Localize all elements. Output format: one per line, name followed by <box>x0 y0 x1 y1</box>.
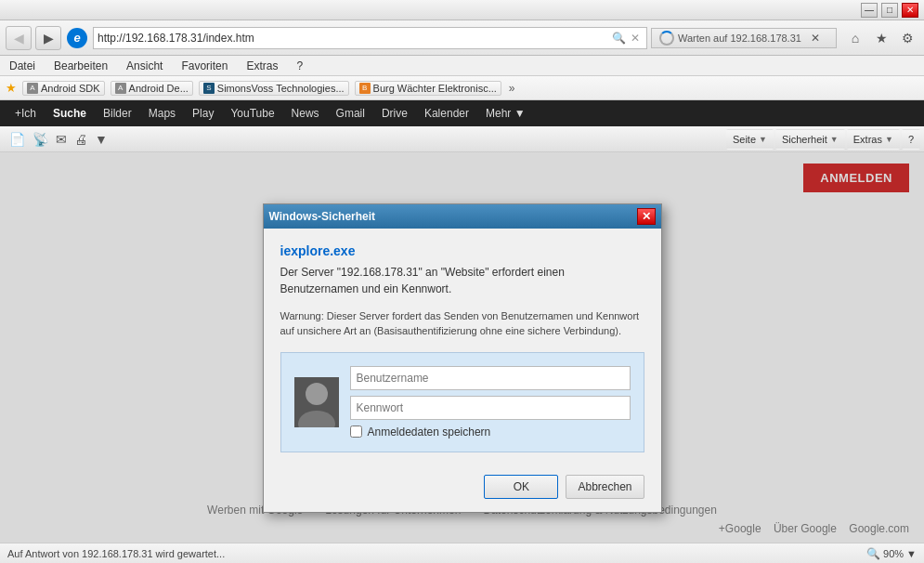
nav-bar: ◀ ▶ e http://192.168.178.31/index.htm 🔍 … <box>0 20 924 56</box>
password-input[interactable] <box>350 396 631 420</box>
title-bar: — □ ✕ <box>0 0 924 20</box>
ie-seite-arrow: ▼ <box>759 135 767 144</box>
fav-simonsvoss-label: SimonsVoss Technologies... <box>217 83 345 94</box>
ie-page-icon: 📄 <box>7 130 27 149</box>
fav-item-burg[interactable]: B Burg Wächter Elektronisc... <box>355 81 501 96</box>
favorites-star-icon: ★ <box>6 81 17 95</box>
username-input[interactable] <box>350 366 631 390</box>
gtb-gmail[interactable]: Gmail <box>329 104 372 123</box>
gtb-mehr-arrow: ▼ <box>514 107 526 120</box>
remember-label: Anmeldedaten speichern <box>368 426 491 439</box>
ie-print-arrow[interactable]: ▼ <box>93 130 110 149</box>
dialog-titlebar: Windows-Sicherheit ✕ <box>264 204 661 229</box>
ie-toolbar: 📄 📡 ✉ 🖨 ▼ Seite ▼ Sicherheit ▼ Extras ▼ … <box>0 126 924 152</box>
remember-checkbox[interactable] <box>350 426 362 438</box>
menu-help[interactable]: ? <box>293 58 306 74</box>
fav-item-android-sdk[interactable]: A Android SDK <box>22 81 105 96</box>
gtb-bilder[interactable]: Bilder <box>96 104 139 123</box>
dialog-body: iexplore.exe Der Server "192.168.178.31"… <box>264 229 661 464</box>
fav-burg-label: Burg Wächter Elektronisc... <box>373 83 497 94</box>
status-bar: Auf Antwort von 192.168.178.31 wird gewa… <box>0 543 924 563</box>
forward-button[interactable]: ▶ <box>35 26 61 50</box>
loading-text: Warten auf 192.168.178.31 <box>678 33 801 44</box>
maximize-button[interactable]: □ <box>881 3 898 18</box>
favorites-bar: ★ A Android SDK A Android De... S Simons… <box>0 76 924 100</box>
ie-logo: e <box>67 28 87 48</box>
zoom-icon: 🔍 <box>866 547 880 560</box>
gtb-news[interactable]: News <box>284 104 327 123</box>
dialog-overlay: Windows-Sicherheit ✕ iexplore.exe Der Se… <box>0 152 924 563</box>
gtb-kalender[interactable]: Kalender <box>417 104 476 123</box>
fav-simonsvoss-icon: S <box>203 83 215 94</box>
dialog-avatar <box>294 377 339 427</box>
menu-extras[interactable]: Extras <box>242 58 281 74</box>
close-button[interactable]: ✕ <box>902 3 918 18</box>
loading-spinner <box>659 31 674 46</box>
svg-point-1 <box>306 383 328 405</box>
ok-button[interactable]: OK <box>484 475 558 499</box>
gtb-youtube[interactable]: YouTube <box>223 104 281 123</box>
ie-sicherheit-arrow: ▼ <box>830 135 839 144</box>
fav-android-sdk-icon: A <box>27 83 38 94</box>
dialog-credentials-box: Anmeldedaten speichern <box>280 352 644 452</box>
ie-toolbar-icons: 📄 📡 ✉ 🖨 ▼ <box>7 130 110 149</box>
nav-right-icons: ⌂ ★ ⚙ <box>844 27 918 49</box>
ie-print-icon: 🖨 <box>72 130 89 149</box>
fav-item-simonsvoss[interactable]: S SimonsVoss Technologies... <box>199 81 349 96</box>
dialog-warning: Warnung: Dieser Server fordert das Sende… <box>280 308 644 339</box>
fav-android-sdk-label: Android SDK <box>41 83 100 94</box>
gtb-drive[interactable]: Drive <box>374 104 415 123</box>
fav-item-android-de[interactable]: A Android De... <box>111 81 193 96</box>
dialog-footer: OK Abbrechen <box>264 464 661 512</box>
address-clear-button[interactable]: ✕ <box>628 32 643 45</box>
gtb-mehr[interactable]: Mehr ▼ <box>478 104 533 123</box>
loading-indicator: Warten auf 192.168.178.31 ✕ <box>651 28 837 48</box>
status-right: 🔍 90% ▼ <box>866 547 917 560</box>
dialog-message: Der Server "192.168.178.31" an "Website"… <box>280 264 644 297</box>
ie-seite-button[interactable]: Seite ▼ <box>726 129 774 150</box>
ie-extras-button[interactable]: Extras ▼ <box>847 129 900 150</box>
dialog-title: Windows-Sicherheit <box>269 210 376 223</box>
stop-loading-button[interactable]: ✕ <box>811 32 820 45</box>
gtb-play[interactable]: Play <box>185 104 221 123</box>
ie-email-icon: ✉ <box>54 130 69 149</box>
gtb-ich[interactable]: +Ich <box>7 104 44 123</box>
windows-security-dialog: Windows-Sicherheit ✕ iexplore.exe Der Se… <box>263 203 662 513</box>
dialog-app-name: iexplore.exe <box>280 243 644 258</box>
menu-bearbeiten[interactable]: Bearbeiten <box>50 58 111 74</box>
gtb-maps[interactable]: Maps <box>141 104 183 123</box>
favorites-icon[interactable]: ★ <box>870 27 892 49</box>
home-icon[interactable]: ⌂ <box>844 27 866 49</box>
dialog-fields: Anmeldedaten speichern <box>350 366 631 439</box>
ie-extras-arrow: ▼ <box>885 135 893 144</box>
fav-android-de-label: Android De... <box>129 83 189 94</box>
zoom-indicator: 🔍 90% ▼ <box>866 547 917 560</box>
menu-favoriten[interactable]: Favoriten <box>177 58 231 74</box>
ie-help-button[interactable]: ? <box>902 129 920 150</box>
menu-ansicht[interactable]: Ansicht <box>123 58 166 74</box>
address-search-icon: 🔍 <box>612 32 626 45</box>
avatar-svg <box>294 377 339 427</box>
fav-burg-icon: B <box>359 83 371 94</box>
address-text: http://192.168.178.31/index.htm <box>98 32 612 45</box>
settings-icon[interactable]: ⚙ <box>896 27 918 49</box>
gtb-suche[interactable]: Suche <box>46 104 94 123</box>
fav-android-de-icon: A <box>115 83 126 94</box>
ie-sicherheit-button[interactable]: Sicherheit ▼ <box>775 129 845 150</box>
google-toolbar: +Ich Suche Bilder Maps Play YouTube News… <box>0 100 924 126</box>
ie-tb-right: Seite ▼ Sicherheit ▼ Extras ▼ ? <box>726 129 920 150</box>
address-bar: http://192.168.178.31/index.htm 🔍 ✕ <box>93 27 647 49</box>
minimize-button[interactable]: — <box>861 3 878 18</box>
dialog-close-button[interactable]: ✕ <box>637 208 656 225</box>
cancel-button[interactable]: Abbrechen <box>566 475 644 499</box>
status-text: Auf Antwort von 192.168.178.31 wird gewa… <box>7 548 225 559</box>
zoom-arrow[interactable]: ▼ <box>906 548 917 559</box>
zoom-level: 90% <box>883 548 904 559</box>
remember-credentials-row: Anmeldedaten speichern <box>350 426 631 439</box>
fav-more-button[interactable]: » <box>509 82 515 95</box>
menu-bar: Datei Bearbeiten Ansicht Favoriten Extra… <box>0 56 924 76</box>
content-area: ANMELDEN Werben mit Google Lösungen für … <box>0 152 924 563</box>
ie-rss-icon: 📡 <box>31 130 50 149</box>
back-button[interactable]: ◀ <box>6 26 32 50</box>
menu-datei[interactable]: Datei <box>6 58 39 74</box>
